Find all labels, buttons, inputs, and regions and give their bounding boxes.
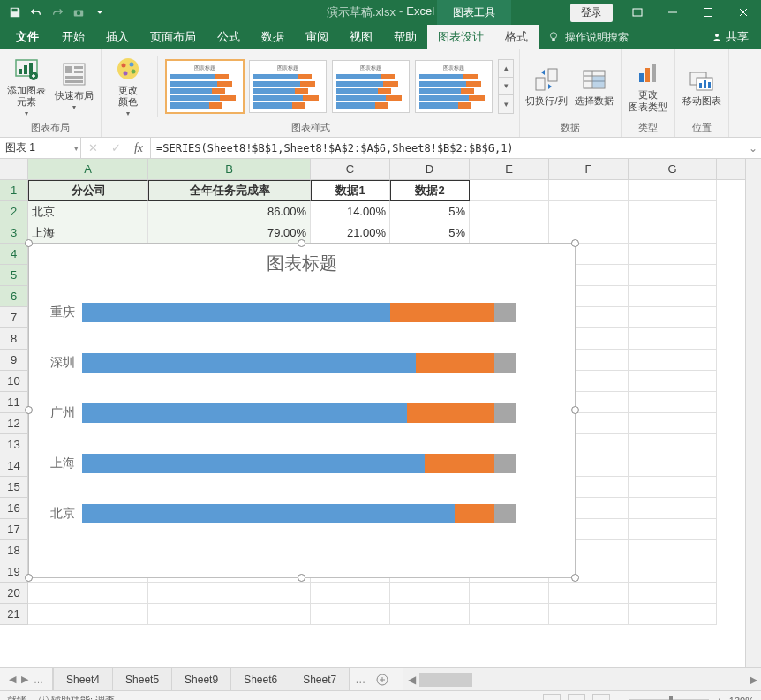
view-normal-icon[interactable]: [543, 694, 561, 701]
chart-segment[interactable]: [407, 403, 494, 423]
cell-D2[interactable]: 5%: [390, 201, 470, 222]
chart-segment[interactable]: [82, 353, 416, 373]
cell[interactable]: [629, 498, 717, 519]
cell[interactable]: [629, 413, 717, 434]
chart-title[interactable]: 图表标题: [29, 244, 575, 287]
resize-handle[interactable]: [571, 239, 579, 247]
qat-customize-icon[interactable]: [90, 3, 109, 22]
row-header-3[interactable]: 3: [0, 222, 28, 244]
row-header-15[interactable]: 15: [0, 477, 28, 498]
tab-format[interactable]: 格式: [494, 25, 539, 49]
chart-segment[interactable]: [390, 303, 494, 322]
chart-style-4[interactable]: 图表标题: [415, 60, 493, 113]
chart-segment[interactable]: [494, 403, 516, 423]
cell[interactable]: [549, 604, 629, 625]
tab-view[interactable]: 视图: [339, 25, 383, 49]
tell-me-search[interactable]: 操作说明搜索: [539, 25, 637, 49]
cell[interactable]: [629, 350, 717, 371]
sheet-tab[interactable]: Sheet7: [290, 668, 350, 690]
share-button[interactable]: 共享: [699, 25, 761, 49]
chart-bar[interactable]: [82, 303, 559, 322]
change-chart-type-button[interactable]: 更改 图表类型: [627, 59, 669, 112]
row-header-9[interactable]: 9: [0, 350, 28, 371]
col-header-C[interactable]: C: [311, 159, 390, 179]
cell[interactable]: [28, 604, 148, 625]
cell[interactable]: [390, 583, 470, 604]
col-header-A[interactable]: A: [28, 159, 148, 179]
select-all-corner[interactable]: [0, 159, 28, 180]
resize-handle[interactable]: [571, 574, 579, 582]
scroll-right-icon[interactable]: ▶: [745, 674, 761, 686]
tab-page-layout[interactable]: 页面布局: [139, 25, 207, 49]
chart-bar[interactable]: [82, 353, 559, 373]
view-page-break-icon[interactable]: [592, 694, 610, 701]
chart-bar-row[interactable]: 广州: [45, 388, 559, 438]
sheet-tab[interactable]: Sheet5: [113, 668, 172, 690]
zoom-level[interactable]: 130%: [729, 696, 754, 701]
zoom-in-icon[interactable]: +: [716, 696, 721, 701]
cell-A1[interactable]: 分公司: [28, 180, 148, 201]
view-page-layout-icon[interactable]: [568, 694, 585, 701]
cell[interactable]: [629, 540, 717, 561]
close-icon[interactable]: [726, 0, 761, 25]
cell[interactable]: [629, 604, 717, 625]
tab-help[interactable]: 帮助: [383, 25, 427, 49]
gallery-down-icon[interactable]: ▾: [499, 78, 513, 95]
col-header-B[interactable]: B: [148, 159, 311, 179]
cell[interactable]: [549, 222, 629, 244]
tab-data[interactable]: 数据: [251, 25, 295, 49]
cell[interactable]: [470, 604, 549, 625]
cell[interactable]: [311, 583, 390, 604]
row-header-4[interactable]: 4: [0, 244, 28, 265]
row-header-13[interactable]: 13: [0, 434, 28, 455]
cell[interactable]: [28, 583, 148, 604]
cell[interactable]: [629, 561, 717, 583]
cell-B3[interactable]: 79.00%: [148, 222, 311, 244]
sheet-tab[interactable]: Sheet6: [231, 668, 290, 690]
chart-bar-row[interactable]: 深圳: [45, 337, 559, 388]
scroll-thumb[interactable]: [419, 673, 472, 687]
switch-row-col-button[interactable]: 切换行/列: [525, 65, 568, 107]
cell[interactable]: [629, 286, 717, 307]
chart-bar-row[interactable]: 上海: [45, 438, 559, 488]
col-header-E[interactable]: E: [470, 159, 549, 179]
zoom-out-icon[interactable]: −: [617, 696, 622, 701]
cell[interactable]: [629, 583, 717, 604]
cell-B2[interactable]: 86.00%: [148, 201, 311, 222]
cell[interactable]: [629, 201, 717, 222]
ribbon-display-icon[interactable]: [620, 0, 655, 25]
scroll-left-icon[interactable]: ◀: [403, 674, 419, 686]
cell[interactable]: [311, 604, 390, 625]
row-header-7[interactable]: 7: [0, 307, 28, 328]
resize-handle[interactable]: [25, 574, 33, 582]
cell[interactable]: [148, 604, 311, 625]
cell-G1[interactable]: [629, 180, 717, 201]
tab-review[interactable]: 审阅: [295, 25, 339, 49]
row-header-14[interactable]: 14: [0, 455, 28, 477]
vertical-scrollbar[interactable]: [745, 159, 761, 667]
col-header-D[interactable]: D: [390, 159, 470, 179]
col-header-F[interactable]: F: [549, 159, 629, 179]
row-header-16[interactable]: 16: [0, 498, 28, 519]
resize-handle[interactable]: [25, 239, 33, 247]
quick-layout-button[interactable]: 快速布局 ▾: [53, 60, 95, 112]
chart-segment[interactable]: [494, 353, 516, 373]
cell[interactable]: [549, 583, 629, 604]
chevron-down-icon[interactable]: ▾: [74, 144, 79, 153]
chart-segment[interactable]: [82, 504, 455, 523]
move-chart-button[interactable]: 移动图表: [681, 65, 723, 107]
chart-segment[interactable]: [494, 303, 516, 322]
cell[interactable]: [470, 201, 549, 222]
cell[interactable]: [629, 392, 717, 413]
tab-insert[interactable]: 插入: [95, 25, 139, 49]
row-header-10[interactable]: 10: [0, 371, 28, 392]
minimize-icon[interactable]: [655, 0, 690, 25]
row-header-20[interactable]: 20: [0, 583, 28, 604]
formula-expand-icon[interactable]: ⌄: [745, 138, 761, 158]
chart-segment[interactable]: [455, 504, 494, 523]
cell[interactable]: [629, 371, 717, 392]
camera-icon[interactable]: [69, 3, 88, 22]
row-header-6[interactable]: 6: [0, 286, 28, 307]
cell[interactable]: [629, 328, 717, 350]
cell[interactable]: [629, 477, 717, 498]
